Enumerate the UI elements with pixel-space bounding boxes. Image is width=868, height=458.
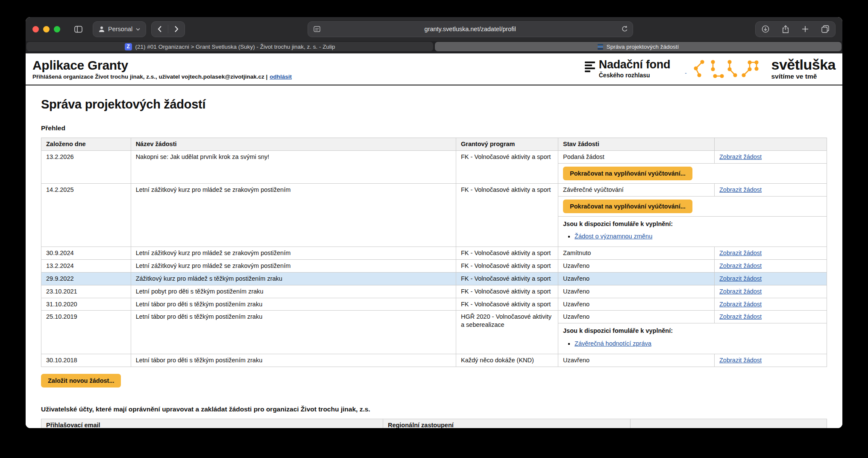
view-application-link[interactable]: Zobrazit žádost (719, 357, 762, 364)
cell-actions: Zobrazit žádost (715, 354, 827, 367)
logout-link[interactable]: odhlásit (270, 73, 292, 80)
table-row: 31.10.2020 Letní tábor pro děti s těžkým… (41, 298, 827, 311)
cell-name: Nakopni se: Jak udělat prvník krok za sv… (131, 150, 456, 183)
col-header-status: Stav žádosti (558, 138, 715, 151)
app-title: Aplikace Granty (32, 58, 292, 73)
cell-actions: Zobrazit žádost (715, 150, 827, 163)
accounts-table: Přihlašovací email Regionální zastoupení… (41, 419, 827, 428)
cell-name: Letní zážitkový kurz pro mládež se zrako… (131, 183, 456, 247)
table-row: 13.2.2024 Letní zážitkový kurz pro mláde… (41, 260, 827, 273)
cell-date: 30.9.2024 (41, 247, 131, 260)
tab-zulip-label: (21) #01 Organizacni > Grant Svetluska (… (135, 44, 335, 50)
new-tab-button[interactable] (802, 26, 809, 32)
cell-name: Zážitkový kurz pro mládež s těžkým posti… (131, 272, 456, 285)
cell-date: 25.10.2019 (41, 311, 131, 354)
toolbar-actions (755, 21, 836, 37)
view-application-link[interactable]: Zobrazit žádost (719, 301, 762, 308)
cell-date: 31.10.2020 (41, 298, 131, 311)
tab-strip: Z (21) #01 Organizacni > Grant Svetluska… (26, 41, 842, 53)
cell-actions: Zobrazit žádost (715, 285, 827, 298)
applications-header-row: Založeno dne Název žádosti Grantový prog… (41, 138, 827, 151)
history-nav (151, 21, 185, 37)
view-application-link[interactable]: Zobrazit žádost (719, 262, 762, 269)
browser-toolbar: Personal granty.svetluska.net/zadatel/pr… (26, 17, 842, 41)
profile-switcher[interactable]: Personal (93, 21, 146, 37)
create-new-application-button[interactable]: Založit novou žádost... (41, 374, 121, 388)
accounts-header-row: Přihlašovací email Regionální zastoupení (41, 419, 827, 428)
page-settings-icon[interactable] (314, 22, 320, 37)
cell-actions: Zobrazit žádost (715, 272, 827, 285)
col-header-date: Založeno dne (41, 138, 131, 151)
table-row-selected: 29.9.2022 Zážitkový kurz pro mládež s tě… (41, 272, 827, 285)
view-application-link[interactable]: Zobrazit žádost (719, 250, 762, 256)
cell-status: Uzavřeno (558, 354, 715, 367)
accounts-heading: Uživatelské účty, které mají oprávnění u… (41, 405, 827, 413)
cell-program: FK - Volnočasové aktivity a sport (456, 150, 558, 183)
site-header-logos: Nadační fond Českého rozhlasu - (585, 57, 836, 80)
nadacni-fond-logo: Nadační fond Českého rozhlasu (585, 59, 670, 79)
col-header-email: Přihlašovací email (41, 419, 383, 428)
view-application-link[interactable]: Zobrazit žádost (719, 153, 762, 160)
reload-icon[interactable] (622, 22, 628, 37)
svetluska-line2: svítíme ve tmě (771, 73, 836, 80)
view-application-link[interactable]: Zobrazit žádost (719, 288, 762, 295)
view-application-link[interactable]: Zobrazit žádost (719, 186, 762, 193)
close-window-button[interactable] (32, 26, 39, 32)
profile-label: Personal (108, 26, 132, 32)
cell-status: Uzavřeno (558, 272, 715, 285)
share-icon (782, 25, 789, 33)
continue-settlement-button[interactable]: Pokračovat na vyplňování vyúčtování... (563, 167, 692, 180)
address-bar[interactable]: granty.svetluska.net/zadatel/profil (308, 21, 633, 37)
tab-zulip[interactable]: Z (21) #01 Organizacni > Grant Svetluska… (26, 42, 433, 51)
cell-date: 14.2.2025 (41, 183, 131, 247)
table-row: 14.2.2025 Letní zážitkový kurz pro mláde… (41, 183, 827, 196)
nadacni-fond-line2: Českého rozhlasu (599, 72, 670, 79)
sidebar-toggle-button[interactable] (69, 21, 88, 37)
form-link[interactable]: Závěrečná hodnotící zpráva (575, 340, 651, 347)
cesky-rozhlas-bars-icon (585, 59, 595, 72)
share-button[interactable] (782, 25, 789, 33)
cell-name: Letní tábor pro děti s těžkým postižením… (131, 311, 456, 354)
cell-status: Podaná žádost (558, 150, 715, 163)
nadacni-fond-text: Nadační fond Českého rozhlasu (599, 59, 670, 79)
cell-actions: Zobrazit žádost (715, 260, 827, 273)
view-application-link[interactable]: Zobrazit žádost (719, 313, 762, 320)
forward-button[interactable] (168, 22, 185, 37)
cell-status: Uzavřeno (558, 260, 715, 273)
chevron-down-icon (136, 28, 140, 31)
cell-date: 13.2.2024 (41, 260, 131, 273)
form-link[interactable]: Žádost o významnou změnu (575, 233, 652, 240)
overview-heading: Přehled (41, 124, 827, 132)
plus-icon (802, 26, 809, 32)
site-header: Aplikace Granty Přihlášená organizace Ži… (26, 53, 842, 85)
cell-status: Zamítnuto (558, 247, 715, 260)
cell-name: Letní tábor pro děti s těžkým postižením… (131, 298, 456, 311)
cell-program: Každý něco dokáže (KND) (456, 354, 558, 367)
forms-available-label: Jsou k dispozici fomuláře k vyplnění: (563, 220, 822, 228)
browser-window: Personal granty.svetluska.net/zadatel/pr… (26, 17, 842, 428)
granty-favicon-icon (598, 44, 603, 50)
table-row: 23.10.2021 Letní pobyt pro děti s těžkým… (41, 285, 827, 298)
applications-table: Založeno dne Název žádosti Grantový prog… (41, 138, 827, 367)
cell-forms: Jsou k dispozici fomuláře k vyplnění: Žá… (558, 216, 827, 247)
tab-sprava-zadosti[interactable]: Správa projektových žádostí (435, 42, 842, 51)
zoom-window-button[interactable] (54, 26, 60, 32)
downloads-button[interactable] (762, 25, 769, 33)
back-button[interactable] (152, 22, 168, 37)
cell-actions: Zobrazit žádost (715, 247, 827, 260)
list-item: Závěrečná hodnotící zpráva (575, 340, 822, 348)
continue-settlement-button[interactable]: Pokračovat na vyplňování vyúčtování... (563, 200, 692, 213)
cell-status: Uzavřeno (558, 298, 715, 311)
cell-date: 23.10.2021 (41, 285, 131, 298)
login-info: Přihlášená organizace Život trochu jinak… (32, 73, 292, 80)
table-row: 30.10.2018 Letní tábor pro děti s těžkým… (41, 354, 827, 367)
cell-actions: Zobrazit žádost (715, 183, 827, 196)
cell-name: Letní pobyt pro děti s těžkým postižením… (131, 285, 456, 298)
login-info-text: Přihlášená organizace Život trochu jinak… (32, 73, 267, 80)
table-row: 13.2.2026 Nakopni se: Jak udělat prvník … (41, 150, 827, 163)
tab-overview-button[interactable] (821, 25, 829, 33)
cell-actions: Zobrazit žádost (715, 311, 827, 323)
zulip-icon: Z (125, 43, 132, 50)
minimize-window-button[interactable] (43, 26, 50, 32)
view-application-link[interactable]: Zobrazit žádost (719, 275, 762, 282)
